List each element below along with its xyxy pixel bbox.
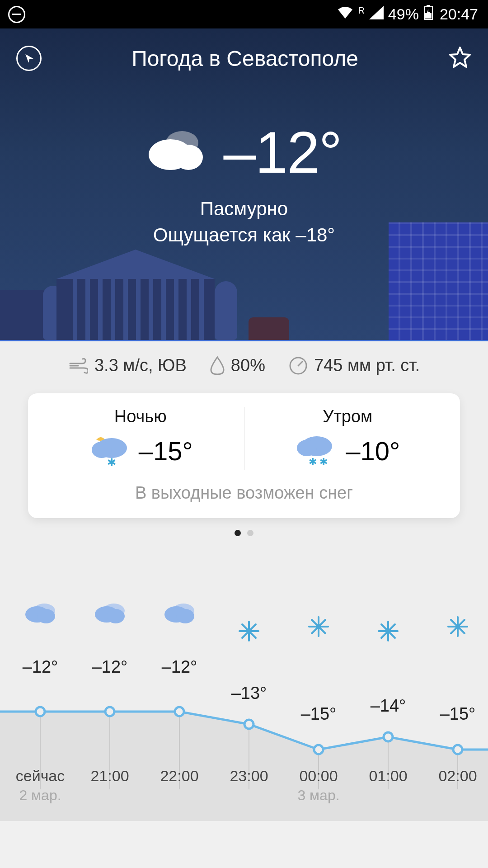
pagination-dots: [0, 518, 488, 572]
status-bar: R 49% 20:47: [0, 0, 488, 28]
hour-column: –13°23:00: [214, 595, 284, 812]
wind-metric: 3.3 м/с, ЮВ: [68, 356, 187, 375]
wind-icon: [68, 357, 88, 374]
forecast-night: Ночью ✱ –15°: [37, 407, 244, 470]
snowflake-icon: [214, 618, 284, 645]
humidity-value: 80%: [231, 356, 265, 375]
svg-rect-1: [427, 5, 430, 7]
humidity-metric: 80%: [210, 356, 265, 375]
signal-icon: [369, 5, 384, 23]
svg-point-5: [174, 145, 203, 170]
roaming-label: R: [358, 5, 364, 16]
svg-text:✱: ✱: [319, 456, 328, 467]
snowflake-icon: [353, 618, 423, 645]
cloud-icon: [145, 595, 214, 631]
pressure-icon: [289, 356, 308, 375]
current-temperature: –12°: [224, 118, 342, 186]
hour-column: –14°01:00: [353, 595, 423, 812]
svg-point-33: [107, 609, 125, 623]
battery-icon: [423, 5, 433, 24]
svg-point-8: [92, 442, 112, 458]
location-button[interactable]: [16, 46, 42, 71]
hour-time: 21:00: [75, 767, 145, 785]
hour-time: 00:00: [284, 767, 353, 785]
skyline-decoration: [0, 219, 488, 341]
hour-time: 23:00: [214, 767, 284, 785]
hour-time: 01:00: [353, 767, 423, 785]
hour-column: –12°22:00: [145, 595, 214, 812]
star-icon: [448, 46, 472, 69]
dot-active: [235, 530, 241, 536]
wifi-icon: [337, 5, 353, 23]
battery-label: 49%: [388, 5, 419, 23]
hour-temp: –15°: [423, 704, 488, 724]
morning-snow-icon: ✱ ✱: [295, 432, 336, 470]
forecast-card-wrap[interactable]: Ночью ✱ –15° Утром: [0, 388, 488, 518]
pressure-value: 745 мм рт. ст.: [314, 356, 420, 375]
hour-time: 02:00: [423, 767, 488, 785]
hour-column: –12°21:00: [75, 595, 145, 812]
cloudy-icon: [147, 127, 206, 178]
svg-point-30: [37, 609, 55, 623]
hero: Погода в Севастополе –12° Пасмурно Ощуща…: [0, 28, 488, 341]
hour-column: –15°00:003 мар.: [284, 595, 353, 812]
cloud-icon: [5, 595, 75, 631]
forecast-temp: –15°: [139, 436, 193, 466]
hour-temp: –12°: [145, 657, 214, 677]
snowflake-icon: [284, 613, 353, 640]
svg-text:✱: ✱: [309, 456, 317, 467]
forecast-morning: Утром ✱ ✱ –10°: [244, 407, 451, 470]
forecast-label: Утром: [244, 407, 451, 426]
forecast-card: Ночью ✱ –15° Утром: [28, 393, 460, 518]
hour-time: сейчас: [5, 767, 75, 785]
hour-temp: –15°: [284, 704, 353, 724]
forecast-temp: –10°: [346, 436, 400, 466]
cloud-icon: [75, 595, 145, 631]
dnd-icon: [8, 6, 25, 23]
hour-temp: –13°: [214, 684, 284, 703]
hour-column: –12°сейчас2 мар.: [5, 595, 75, 812]
metrics-strip: 3.3 м/с, ЮВ 80% 745 мм рт. ст.: [0, 341, 488, 388]
svg-point-36: [176, 609, 194, 623]
hour-temp: –14°: [353, 696, 423, 716]
clock-label: 20:47: [440, 5, 478, 23]
wind-value: 3.3 м/с, ЮВ: [94, 356, 187, 375]
forecast-label: Ночью: [37, 407, 244, 426]
hour-column: –15°02:00: [423, 595, 488, 812]
hour-date: 2 мар.: [5, 787, 75, 804]
favorite-button[interactable]: [448, 46, 472, 71]
compass-icon: [22, 52, 36, 65]
svg-text:✱: ✱: [107, 456, 116, 468]
hour-date: 3 мар.: [284, 787, 353, 804]
page-title: Погода в Севастополе: [42, 46, 448, 71]
svg-point-11: [297, 440, 317, 456]
night-snow-icon: ✱: [88, 432, 129, 470]
snowflake-icon: [423, 613, 488, 640]
pressure-metric: 745 мм рт. ст.: [289, 356, 420, 375]
hour-temp: –12°: [75, 657, 145, 677]
hourly-forecast[interactable]: –12°сейчас2 мар.–12°21:00–12°22:00–13°23…: [0, 572, 488, 812]
current-condition: Пасмурно: [0, 198, 488, 220]
hour-temp: –12°: [5, 657, 75, 677]
hour-time: 22:00: [145, 767, 214, 785]
dot: [247, 530, 253, 536]
forecast-note: В выходные возможен снег: [37, 483, 451, 503]
humidity-icon: [210, 356, 225, 375]
